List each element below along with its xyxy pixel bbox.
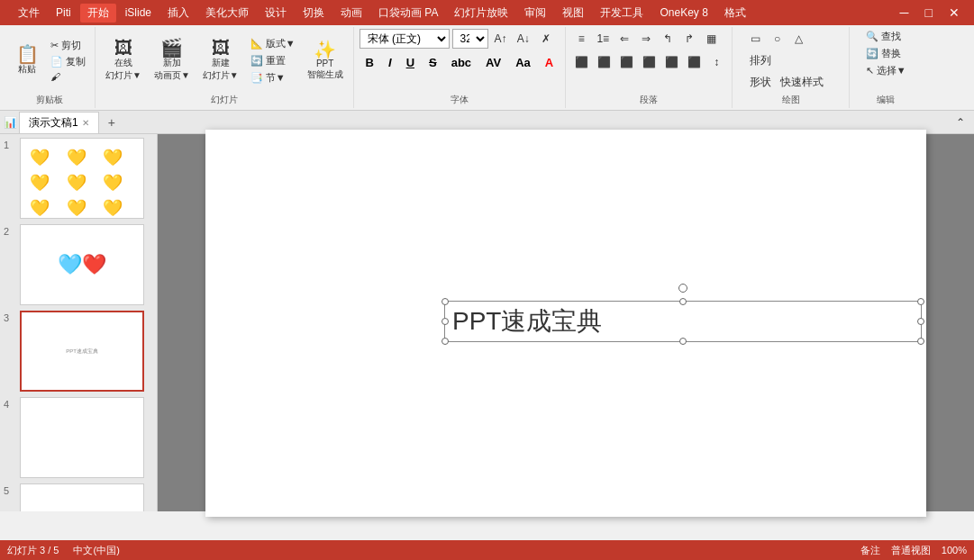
menu-donghua[interactable]: 动画 <box>333 4 369 23</box>
ribbon-collapse-button[interactable]: ⌃ <box>951 113 970 132</box>
arrange-button[interactable]: 排列 <box>746 50 775 70</box>
online-slides-button[interactable]: 🖼 在线幻灯片▼ <box>101 36 146 85</box>
menu-sheji[interactable]: 设计 <box>258 4 294 23</box>
font-color-button[interactable]: A <box>539 52 560 72</box>
ppt-ai-button[interactable]: ✨ PPT智能生成 <box>303 38 348 84</box>
menu-piti[interactable]: Piti <box>49 5 78 21</box>
rotate-handle[interactable] <box>678 284 687 293</box>
section-button[interactable]: 📑 节▼ <box>247 70 299 86</box>
handle-bc[interactable] <box>679 338 687 345</box>
justify-button[interactable]: ⬛ <box>639 52 660 72</box>
font-size-select[interactable]: 32 <box>452 29 488 49</box>
shape1-button[interactable]: ▭ <box>746 29 766 49</box>
paste-icon: 📋 <box>16 45 39 63</box>
tab-close-icon[interactable]: ✕ <box>82 118 89 128</box>
slide-thumb-5[interactable] <box>20 483 144 511</box>
menu-wenjian[interactable]: 文件 <box>11 4 47 23</box>
handle-bl[interactable] <box>441 338 449 345</box>
shape-fill-button[interactable]: 形状 <box>746 72 775 92</box>
menu-shitu[interactable]: 视图 <box>555 4 591 23</box>
add-tab-button[interactable]: + <box>101 113 123 132</box>
align-left-button[interactable]: ⬛ <box>571 52 592 72</box>
strikethrough-button[interactable]: S <box>423 52 443 72</box>
slide-thumb-3[interactable]: PPT速成宝典 <box>20 311 144 392</box>
smart-art-button[interactable]: ⬛ <box>684 52 705 72</box>
slide-item-2[interactable]: 2 🩵❤️ <box>4 224 153 305</box>
numbered-list-button[interactable]: 1≡ <box>593 29 613 49</box>
shape3-button[interactable]: △ <box>789 29 809 49</box>
paste-button[interactable]: 📋 粘贴 <box>9 42 45 78</box>
menu-bar: 文件 Piti 开始 iSlide 插入 美化大师 设计 切换 动画 口袋动画 … <box>7 4 893 23</box>
shape2-button[interactable]: ○ <box>768 29 787 49</box>
slide-item-5[interactable]: 5 <box>4 483 153 511</box>
handle-mr[interactable] <box>917 318 924 325</box>
menu-pocket[interactable]: 口袋动画 PA <box>371 4 445 23</box>
italic-button[interactable]: I <box>382 52 398 72</box>
case-button[interactable]: Aa <box>509 52 537 72</box>
font-family-select[interactable]: 宋体 (正文) <box>360 29 450 49</box>
menu-islide[interactable]: iSlide <box>118 5 159 21</box>
find-button[interactable]: 🔍 查找 <box>862 29 905 44</box>
new-slide-button[interactable]: 🖼 新建幻灯片▼ <box>198 36 243 85</box>
menu-kaifa[interactable]: 开发工具 <box>593 4 651 23</box>
menu-kaishi[interactable]: 开始 <box>80 4 116 23</box>
handle-tl[interactable] <box>441 298 449 305</box>
add-animation-button[interactable]: 🎬 新加动画页▼ <box>150 36 195 85</box>
close-button[interactable]: ✕ <box>942 0 967 25</box>
underline-button[interactable]: U <box>400 52 421 72</box>
language-status: 中文(中国) <box>73 544 119 557</box>
slide-canvas[interactable]: PPT速成宝典 <box>205 130 926 517</box>
bold-button[interactable]: B <box>360 52 380 72</box>
select-button[interactable]: ↖ 选择▼ <box>862 63 910 78</box>
menu-qiehuan[interactable]: 切换 <box>296 4 332 23</box>
char-spacing-button[interactable]: AV <box>479 52 507 72</box>
replace-button[interactable]: 🔄 替换 <box>862 46 905 61</box>
layout-button[interactable]: 📐 版式▼ <box>247 36 299 51</box>
handle-br[interactable] <box>917 338 924 345</box>
minimize-button[interactable]: ─ <box>893 0 916 25</box>
menu-geshi[interactable]: 格式 <box>717 4 753 23</box>
menu-fanying[interactable]: 幻灯片放映 <box>447 4 515 23</box>
increase-indent-button[interactable]: ⇒ <box>636 29 656 49</box>
zoom-level: 100% <box>942 545 967 555</box>
menu-shenyue[interactable]: 审阅 <box>517 4 553 23</box>
slide-thumb-1[interactable]: 💛 💛 💛 💛 💛 💛 💛 💛 💛 <box>20 138 144 219</box>
notes-button[interactable]: 备注 <box>860 544 880 557</box>
slide-item-1[interactable]: 1 💛 💛 💛 💛 💛 💛 💛 💛 💛 <box>4 138 153 219</box>
rtl-button[interactable]: ↰ <box>658 29 678 49</box>
text-direction-button[interactable]: ⬛ <box>661 52 682 72</box>
slide-item-3[interactable]: 3 PPT速成宝典 <box>4 311 153 392</box>
animation-icon: 🎬 <box>160 39 183 57</box>
maximize-button[interactable]: □ <box>918 0 940 25</box>
bullet-list-button[interactable]: ≡ <box>571 29 591 49</box>
view-normal-button[interactable]: 普通视图 <box>891 544 931 557</box>
slide-item-4[interactable]: 4 <box>4 397 153 478</box>
handle-tc[interactable] <box>679 298 687 305</box>
align-right-button[interactable]: ⬛ <box>616 52 637 72</box>
font-size-increase-button[interactable]: A↑ <box>491 29 511 49</box>
ribbon-toolbar: 📋 粘贴 ✂ 剪切 📄 复制 🖌 剪贴板 🖼 <box>0 25 974 111</box>
slide-thumb-4[interactable] <box>20 397 144 478</box>
copy-button[interactable]: 📄 复制 <box>47 54 89 69</box>
shadow-button[interactable]: abc <box>445 52 478 72</box>
font-size-decrease-button[interactable]: A↓ <box>514 29 533 49</box>
tab-presentation1[interactable]: 演示文稿1 ✕ <box>19 112 99 133</box>
text-box[interactable]: PPT速成宝典 <box>444 301 922 342</box>
column-button[interactable]: ▦ <box>701 29 721 49</box>
clear-format-button[interactable]: ✗ <box>536 29 556 49</box>
menu-meihua[interactable]: 美化大师 <box>198 4 256 23</box>
quick-styles-button[interactable]: 快速样式 <box>777 72 827 92</box>
line-spacing-button[interactable]: ↕ <box>706 52 726 72</box>
section-icon: 📑 <box>250 72 263 84</box>
format-painter-button[interactable]: 🖌 <box>47 70 89 83</box>
menu-onekey[interactable]: OneKey 8 <box>652 5 715 21</box>
slide-thumb-2[interactable]: 🩵❤️ <box>20 224 144 305</box>
handle-tr[interactable] <box>917 298 924 305</box>
handle-ml[interactable] <box>441 318 449 325</box>
menu-charu[interactable]: 插入 <box>160 4 196 23</box>
align-center-button[interactable]: ⬛ <box>594 52 614 72</box>
decrease-indent-button[interactable]: ⇐ <box>614 29 634 49</box>
cut-button[interactable]: ✂ 剪切 <box>47 38 89 53</box>
ltr-button[interactable]: ↱ <box>679 29 699 49</box>
reset-button[interactable]: 🔄 重置 <box>247 53 299 68</box>
